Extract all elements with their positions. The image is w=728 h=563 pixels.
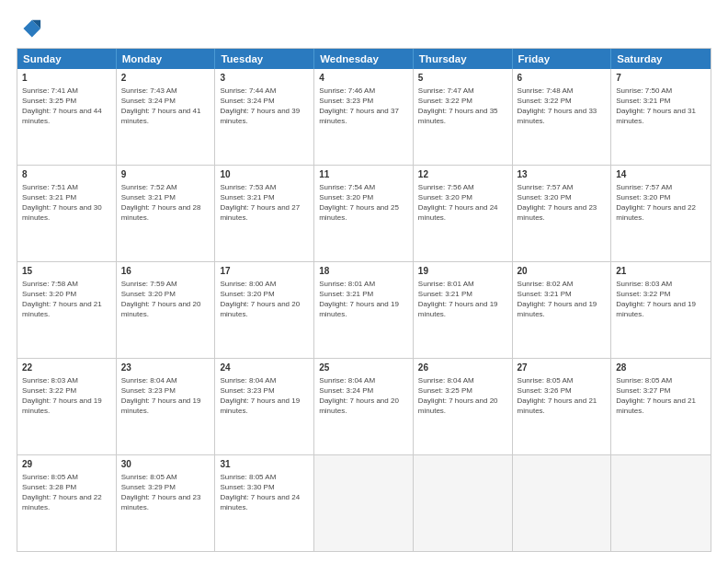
calendar-cell: [611, 455, 711, 551]
day-number: 19: [418, 265, 507, 278]
day-number: 8: [22, 168, 111, 181]
calendar-cell: [513, 455, 612, 551]
day-info: Sunrise: 7:48 AMSunset: 3:22 PMDaylight:…: [518, 86, 607, 127]
day-number: 27: [518, 362, 607, 374]
calendar-header: SundayMondayTuesdayWednesdayThursdayFrid…: [17, 49, 711, 69]
day-info: Sunrise: 8:00 AMSunset: 3:20 PMDaylight:…: [220, 279, 309, 320]
day-info: Sunrise: 7:57 AMSunset: 3:20 PMDaylight:…: [616, 182, 706, 224]
calendar-cell: 31Sunrise: 8:05 AMSunset: 3:30 PMDayligh…: [215, 455, 314, 551]
day-number: 14: [616, 168, 706, 181]
day-number: 29: [22, 458, 111, 471]
calendar-cell: 27Sunrise: 8:05 AMSunset: 3:26 PMDayligh…: [513, 359, 612, 454]
day-number: 1: [22, 72, 111, 85]
day-info: Sunrise: 8:04 AMSunset: 3:25 PMDaylight:…: [418, 375, 507, 417]
calendar-cell: 7Sunrise: 7:50 AMSunset: 3:21 PMDaylight…: [611, 69, 711, 165]
day-number: 11: [319, 168, 408, 181]
day-info: Sunrise: 8:04 AMSunset: 3:23 PMDaylight:…: [121, 375, 210, 417]
day-info: Sunrise: 7:46 AMSunset: 3:23 PMDaylight:…: [319, 86, 408, 127]
day-number: 9: [121, 168, 210, 181]
calendar-cell: 4Sunrise: 7:46 AMSunset: 3:23 PMDaylight…: [314, 69, 414, 165]
logo: [17, 17, 46, 42]
day-number: 3: [220, 72, 309, 85]
calendar-cell: 19Sunrise: 8:01 AMSunset: 3:21 PMDayligh…: [414, 262, 513, 358]
day-info: Sunrise: 7:41 AMSunset: 3:25 PMDaylight:…: [22, 86, 111, 127]
calendar-cell: [314, 455, 414, 551]
calendar-cell: 23Sunrise: 8:04 AMSunset: 3:23 PMDayligh…: [117, 359, 216, 454]
day-info: Sunrise: 7:50 AMSunset: 3:21 PMDaylight:…: [616, 86, 706, 127]
day-number: 5: [418, 72, 507, 85]
day-info: Sunrise: 8:05 AMSunset: 3:26 PMDaylight:…: [518, 375, 607, 417]
day-number: 25: [319, 362, 408, 374]
day-number: 18: [319, 265, 408, 278]
calendar-cell: 21Sunrise: 8:03 AMSunset: 3:22 PMDayligh…: [611, 262, 711, 358]
calendar-cell: 9Sunrise: 7:52 AMSunset: 3:21 PMDaylight…: [117, 166, 216, 261]
day-number: 31: [220, 458, 309, 471]
day-info: Sunrise: 8:04 AMSunset: 3:23 PMDaylight:…: [220, 375, 309, 417]
page: SundayMondayTuesdayWednesdayThursdayFrid…: [0, 0, 728, 563]
day-number: 4: [319, 72, 408, 85]
day-number: 12: [418, 168, 507, 181]
calendar-row: 1Sunrise: 7:41 AMSunset: 3:25 PMDaylight…: [17, 69, 711, 166]
day-info: Sunrise: 8:01 AMSunset: 3:21 PMDaylight:…: [319, 279, 408, 320]
day-number: 20: [518, 265, 607, 278]
calendar-cell: 6Sunrise: 7:48 AMSunset: 3:22 PMDaylight…: [513, 69, 612, 165]
calendar-cell: 24Sunrise: 8:04 AMSunset: 3:23 PMDayligh…: [215, 359, 314, 454]
calendar-row: 8Sunrise: 7:51 AMSunset: 3:21 PMDaylight…: [17, 166, 711, 262]
calendar-cell: 8Sunrise: 7:51 AMSunset: 3:21 PMDaylight…: [17, 166, 117, 261]
calendar-cell: 22Sunrise: 8:03 AMSunset: 3:22 PMDayligh…: [17, 359, 117, 454]
day-header: Saturday: [611, 49, 711, 69]
day-header: Friday: [513, 49, 612, 69]
calendar-cell: 14Sunrise: 7:57 AMSunset: 3:20 PMDayligh…: [611, 166, 711, 261]
calendar-cell: 26Sunrise: 8:04 AMSunset: 3:25 PMDayligh…: [414, 359, 513, 454]
calendar-cell: 3Sunrise: 7:44 AMSunset: 3:24 PMDaylight…: [215, 69, 314, 165]
day-info: Sunrise: 7:59 AMSunset: 3:20 PMDaylight:…: [121, 279, 210, 320]
day-info: Sunrise: 8:03 AMSunset: 3:22 PMDaylight:…: [616, 279, 706, 320]
day-number: 2: [121, 72, 210, 85]
logo-icon: [17, 17, 42, 42]
calendar-cell: 11Sunrise: 7:54 AMSunset: 3:20 PMDayligh…: [314, 166, 414, 261]
calendar-row: 22Sunrise: 8:03 AMSunset: 3:22 PMDayligh…: [17, 359, 711, 455]
calendar-row: 15Sunrise: 7:58 AMSunset: 3:20 PMDayligh…: [17, 262, 711, 359]
header: [17, 17, 711, 42]
calendar-cell: 30Sunrise: 8:05 AMSunset: 3:29 PMDayligh…: [117, 455, 216, 551]
day-info: Sunrise: 7:56 AMSunset: 3:20 PMDaylight:…: [418, 182, 507, 224]
day-header: Tuesday: [215, 49, 314, 69]
day-number: 22: [22, 362, 111, 374]
day-number: 28: [616, 362, 706, 374]
calendar-row: 29Sunrise: 8:05 AMSunset: 3:28 PMDayligh…: [17, 455, 711, 551]
day-info: Sunrise: 8:01 AMSunset: 3:21 PMDaylight:…: [418, 279, 507, 320]
day-number: 30: [121, 458, 210, 471]
calendar-cell: 16Sunrise: 7:59 AMSunset: 3:20 PMDayligh…: [117, 262, 216, 358]
day-number: 17: [220, 265, 309, 278]
day-info: Sunrise: 7:58 AMSunset: 3:20 PMDaylight:…: [22, 279, 111, 320]
calendar-cell: 25Sunrise: 8:04 AMSunset: 3:24 PMDayligh…: [314, 359, 414, 454]
day-number: 13: [518, 168, 607, 181]
calendar-cell: 13Sunrise: 7:57 AMSunset: 3:20 PMDayligh…: [513, 166, 612, 261]
calendar-cell: 5Sunrise: 7:47 AMSunset: 3:22 PMDaylight…: [414, 69, 513, 165]
day-info: Sunrise: 8:03 AMSunset: 3:22 PMDaylight:…: [22, 375, 111, 417]
calendar-cell: 18Sunrise: 8:01 AMSunset: 3:21 PMDayligh…: [314, 262, 414, 358]
day-info: Sunrise: 7:51 AMSunset: 3:21 PMDaylight:…: [22, 182, 111, 224]
calendar-cell: 12Sunrise: 7:56 AMSunset: 3:20 PMDayligh…: [414, 166, 513, 261]
day-info: Sunrise: 8:05 AMSunset: 3:29 PMDaylight:…: [121, 472, 210, 513]
day-info: Sunrise: 8:05 AMSunset: 3:28 PMDaylight:…: [22, 472, 111, 513]
day-info: Sunrise: 7:52 AMSunset: 3:21 PMDaylight:…: [121, 182, 210, 224]
calendar-cell: 17Sunrise: 8:00 AMSunset: 3:20 PMDayligh…: [215, 262, 314, 358]
day-header: Thursday: [414, 49, 513, 69]
day-header: Monday: [117, 49, 216, 69]
day-number: 10: [220, 168, 309, 181]
calendar-cell: 28Sunrise: 8:05 AMSunset: 3:27 PMDayligh…: [611, 359, 711, 454]
calendar-cell: [414, 455, 513, 551]
calendar-cell: 29Sunrise: 8:05 AMSunset: 3:28 PMDayligh…: [17, 455, 117, 551]
day-info: Sunrise: 7:54 AMSunset: 3:20 PMDaylight:…: [319, 182, 408, 224]
day-number: 16: [121, 265, 210, 278]
day-header: Wednesday: [314, 49, 414, 69]
day-info: Sunrise: 8:04 AMSunset: 3:24 PMDaylight:…: [319, 375, 408, 417]
day-number: 21: [616, 265, 706, 278]
day-info: Sunrise: 7:47 AMSunset: 3:22 PMDaylight:…: [418, 86, 507, 127]
day-number: 15: [22, 265, 111, 278]
day-info: Sunrise: 8:05 AMSunset: 3:30 PMDaylight:…: [220, 472, 309, 513]
day-info: Sunrise: 7:53 AMSunset: 3:21 PMDaylight:…: [220, 182, 309, 224]
day-number: 26: [418, 362, 507, 374]
calendar-body: 1Sunrise: 7:41 AMSunset: 3:25 PMDaylight…: [17, 69, 711, 551]
